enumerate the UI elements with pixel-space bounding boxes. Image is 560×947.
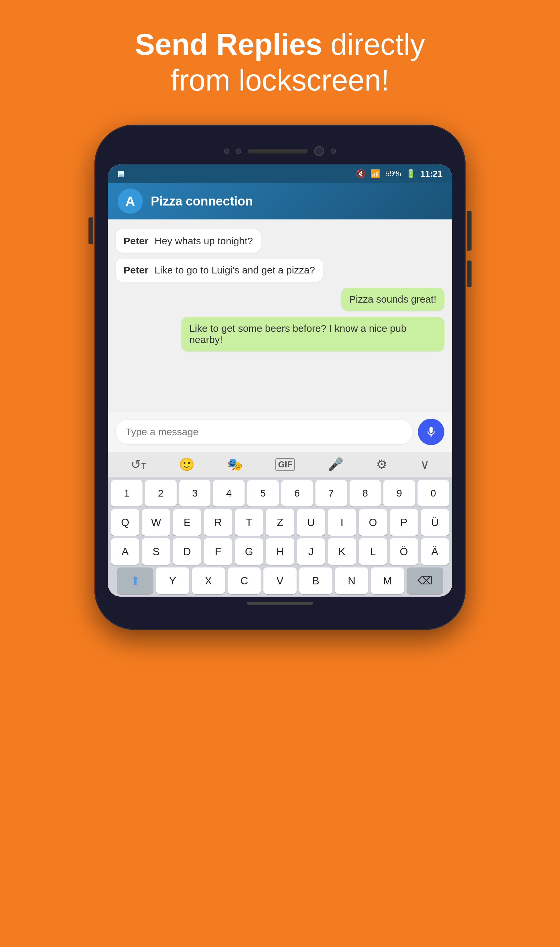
app-avatar: A	[118, 189, 143, 214]
toolbar-settings-icon[interactable]: ⚙	[376, 457, 388, 472]
message-input-area	[108, 412, 452, 452]
key-y[interactable]: Y	[156, 567, 189, 594]
key-v[interactable]: V	[263, 567, 297, 594]
msg-text-2: Like to go to Luigi's and get a pizza?	[154, 265, 315, 276]
side-button-right2	[467, 260, 472, 287]
msg-text-4: Like to get some beers before? I know a …	[189, 323, 406, 345]
app-title: Pizza connection	[151, 194, 253, 208]
notification-icon: ▤	[118, 169, 125, 178]
key-4[interactable]: 4	[213, 480, 245, 507]
message-2: Peter Like to go to Luigi's and get a pi…	[115, 259, 323, 282]
key-k[interactable]: K	[328, 538, 356, 565]
phone-speaker	[248, 149, 308, 154]
sender-1: Peter	[124, 236, 148, 246]
key-e[interactable]: E	[173, 509, 201, 536]
mic-button[interactable]	[418, 419, 445, 445]
key-w[interactable]: W	[142, 509, 170, 536]
toolbar-emoji-icon[interactable]: 🙂	[179, 457, 194, 472]
toolbar-gif-icon[interactable]: GIF	[275, 458, 295, 471]
msg-text-1: Hey whats up tonight?	[154, 236, 253, 246]
backspace-key[interactable]: ⌫	[406, 567, 443, 594]
shift-up-icon: ⬆	[131, 574, 140, 587]
msg-text-3: Pizza sounds great!	[349, 294, 436, 305]
key-q[interactable]: Q	[111, 509, 139, 536]
key-o[interactable]: O	[359, 509, 387, 536]
key-ue[interactable]: Ü	[421, 509, 449, 536]
key-d[interactable]: D	[173, 538, 201, 565]
key-a[interactable]: A	[111, 538, 139, 565]
key-t[interactable]: T	[235, 509, 263, 536]
side-button-left	[88, 217, 93, 244]
battery-level: 59%	[385, 169, 401, 178]
key-j[interactable]: J	[297, 538, 325, 565]
message-3: Pizza sounds great!	[341, 288, 445, 311]
key-1[interactable]: 1	[111, 480, 143, 507]
key-0[interactable]: 0	[417, 480, 449, 507]
status-bar: ▤ 🔇 📶 59% 🔋 11:21	[108, 165, 452, 183]
key-b[interactable]: B	[299, 567, 332, 594]
key-row-asdf: A S D F G H J K L Ö Ä	[111, 538, 449, 565]
mic-icon	[425, 426, 437, 438]
app-header: A Pizza connection	[108, 183, 452, 219]
phone-shell: ▤ 🔇 📶 59% 🔋 11:21 A Pizza connection	[94, 125, 466, 630]
side-button-right	[467, 211, 472, 251]
key-s[interactable]: S	[142, 538, 170, 565]
avatar-letter: A	[126, 194, 135, 209]
message-4: Like to get some beers before? I know a …	[181, 317, 445, 351]
key-x[interactable]: X	[192, 567, 225, 594]
key-f[interactable]: F	[204, 538, 232, 565]
status-time: 11:21	[420, 169, 443, 179]
home-indicator	[247, 602, 313, 605]
toolbar-translate-icon[interactable]: ↺T	[131, 457, 146, 472]
key-3[interactable]: 3	[179, 480, 211, 507]
wifi-icon: 📶	[371, 169, 380, 178]
key-g[interactable]: G	[235, 538, 263, 565]
key-ae[interactable]: Ä	[421, 538, 449, 565]
key-5[interactable]: 5	[247, 480, 278, 507]
key-u[interactable]: U	[297, 509, 325, 536]
key-row-qwertz: Q W E R T Z U I O P Ü	[111, 509, 449, 536]
toolbar-sticker-icon[interactable]: 🎭	[227, 457, 243, 472]
key-2[interactable]: 2	[145, 480, 177, 507]
sensor-dot-2	[236, 148, 241, 154]
key-r[interactable]: R	[204, 509, 232, 536]
chat-area: Peter Hey whats up tonight? Peter Like t…	[108, 219, 452, 412]
status-bar-left: ▤	[118, 169, 125, 178]
message-text-input[interactable]	[115, 420, 412, 444]
sensor-dot-1	[224, 148, 229, 154]
key-oe[interactable]: Ö	[390, 538, 418, 565]
key-p[interactable]: P	[390, 509, 418, 536]
key-c[interactable]: C	[228, 567, 261, 594]
key-l[interactable]: L	[359, 538, 387, 565]
keyboard-rows: 1 2 3 4 5 6 7 8 9 0 Q W E R T	[108, 477, 452, 597]
status-bar-right: 🔇 📶 59% 🔋 11:21	[356, 169, 442, 179]
sensor-dot-3	[331, 148, 336, 154]
toolbar-mic-icon[interactable]: 🎤	[328, 457, 343, 472]
key-7[interactable]: 7	[315, 480, 347, 507]
key-i[interactable]: I	[328, 509, 356, 536]
message-1: Peter Hey whats up tonight?	[115, 229, 261, 253]
key-9[interactable]: 9	[383, 480, 415, 507]
battery-icon: 🔋	[406, 169, 416, 178]
key-n[interactable]: N	[335, 567, 368, 594]
phone-wrapper: ▤ 🔇 📶 59% 🔋 11:21 A Pizza connection	[94, 125, 466, 630]
key-row-numbers: 1 2 3 4 5 6 7 8 9 0	[111, 480, 449, 507]
headline-bold: Send Replies	[135, 28, 322, 61]
key-8[interactable]: 8	[349, 480, 381, 507]
key-h[interactable]: H	[266, 538, 294, 565]
toolbar-collapse-icon[interactable]: ∨	[420, 457, 429, 472]
phone-screen: ▤ 🔇 📶 59% 🔋 11:21 A Pizza connection	[108, 165, 452, 597]
page-headline: Send Replies directlyfrom lockscreen!	[108, 26, 451, 98]
key-m[interactable]: M	[371, 567, 404, 594]
phone-top-sensors	[108, 145, 452, 158]
phone-bottom-bar	[108, 597, 452, 610]
mute-icon: 🔇	[356, 169, 366, 178]
key-6[interactable]: 6	[282, 480, 313, 507]
keyboard-toolbar: ↺T 🙂 🎭 GIF 🎤 ⚙ ∨	[108, 452, 452, 477]
phone-camera	[314, 146, 324, 156]
sender-2: Peter	[124, 265, 148, 276]
shift-key[interactable]: ⬆	[117, 567, 154, 594]
key-row-bottom: ⬆ Y X C V B N M ⌫	[111, 567, 449, 594]
key-z[interactable]: Z	[266, 509, 294, 536]
